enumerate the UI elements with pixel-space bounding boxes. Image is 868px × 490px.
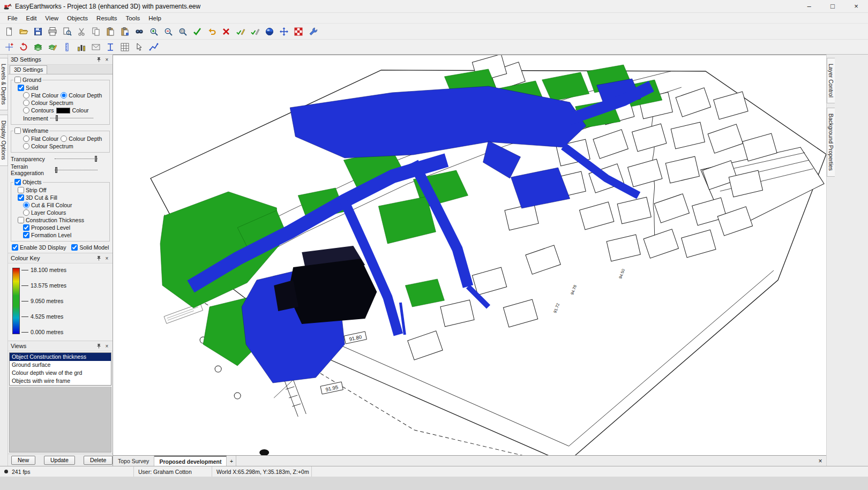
menu-objects[interactable]: Objects — [63, 14, 92, 22]
pin-icon[interactable] — [95, 342, 103, 350]
levels-ruler-button[interactable] — [60, 40, 73, 54]
pin-icon[interactable] — [95, 56, 103, 64]
new-view-button[interactable]: New — [11, 456, 35, 465]
contours-radio[interactable] — [23, 107, 29, 114]
tab-proposed-development[interactable]: Proposed development — [154, 456, 227, 466]
titlebar: EasyEarthworks - Project 18 (enhanced 3D… — [0, 0, 868, 13]
colour-depth-radio[interactable] — [61, 92, 67, 99]
column-levels-button[interactable] — [103, 40, 117, 54]
save-button[interactable] — [31, 25, 44, 38]
cut-button[interactable] — [74, 25, 88, 38]
enable-3d-checkbox[interactable] — [12, 244, 18, 251]
ground-checkbox[interactable] — [14, 77, 21, 83]
formation-level-checkbox[interactable] — [23, 232, 29, 238]
menu-file[interactable]: File — [3, 14, 22, 22]
grid-display-button[interactable] — [118, 40, 131, 54]
menu-view[interactable]: View — [41, 14, 63, 22]
paste-special-button[interactable] — [118, 25, 131, 38]
update-view-button[interactable]: Update — [44, 456, 75, 465]
close-panel-icon[interactable]: × — [103, 56, 111, 64]
sections-chart-button[interactable] — [74, 40, 88, 54]
new-document-button[interactable] — [2, 25, 16, 38]
print-button[interactable] — [46, 25, 59, 38]
cut-fill-checkbox[interactable] — [18, 194, 24, 201]
cancel-button[interactable] — [219, 25, 233, 38]
area-select-button[interactable] — [132, 40, 146, 54]
views-list-item[interactable]: Objects with wire frame — [10, 377, 111, 385]
edit-surface-button[interactable] — [46, 40, 59, 54]
pin-icon[interactable] — [95, 254, 103, 262]
transparency-slider-thumb[interactable] — [95, 156, 97, 162]
menu-tools[interactable]: Tools — [121, 14, 144, 22]
views-list-item[interactable]: Colour depth view of the grd — [10, 369, 111, 377]
paste-button[interactable] — [103, 25, 117, 38]
rotate-view-icon — [19, 42, 28, 52]
dock-tab-display-options[interactable]: Display Options — [0, 115, 8, 166]
terrain-exaggeration-slider[interactable] — [55, 167, 98, 174]
menu-edit[interactable]: Edit — [22, 14, 41, 22]
wire-colour-depth-radio[interactable] — [61, 135, 67, 142]
site-plan-canvas[interactable]: 91.8091.9591.7294.7894.50 — [113, 55, 826, 455]
right-dock-strip: Layer Control Background Properties — [826, 55, 868, 466]
zoom-out-button[interactable] — [161, 25, 175, 38]
wire-flat-colour-radio[interactable] — [23, 135, 29, 142]
open-project-button[interactable] — [17, 25, 30, 38]
wireframe-checkbox[interactable] — [14, 127, 21, 134]
dock-tab-levels-depths[interactable]: Levels & Depths — [0, 58, 8, 110]
new-document-icon — [4, 27, 14, 36]
report-button[interactable] — [89, 40, 102, 54]
flat-colour-radio[interactable] — [23, 92, 29, 99]
increment-slider[interactable] — [50, 115, 93, 122]
verify-button[interactable] — [234, 25, 247, 38]
surfaces-button[interactable] — [31, 40, 44, 54]
view-3d-button[interactable] — [263, 25, 276, 38]
terrain-exaggeration-slider-thumb[interactable] — [55, 167, 57, 173]
copy-button[interactable] — [89, 25, 102, 38]
construction-thickness-checkbox[interactable] — [18, 217, 24, 223]
strip-off-checkbox[interactable] — [18, 187, 24, 193]
polyline-draw-button[interactable] — [147, 40, 160, 54]
close-panel-icon[interactable]: × — [103, 342, 111, 350]
delete-view-button[interactable]: Delete — [84, 456, 113, 465]
colour-spectrum-radio[interactable] — [23, 100, 29, 106]
add-tab-button[interactable]: + — [227, 456, 236, 466]
menu-help[interactable]: Help — [144, 14, 166, 22]
layer-colours-radio[interactable] — [23, 209, 29, 216]
maximize-button[interactable]: □ — [821, 0, 844, 12]
views-button-row: New Update Delete — [8, 454, 113, 466]
paste-special-icon — [120, 27, 130, 36]
views-list-item[interactable]: Ground surface — [10, 361, 111, 369]
dock-tab-background-properties[interactable]: Background Properties — [827, 108, 835, 177]
verify-all-button[interactable] — [248, 25, 261, 38]
hatch-pattern-button[interactable] — [291, 25, 305, 38]
rotate-view-button[interactable] — [17, 40, 30, 54]
zoom-extents-button[interactable] — [176, 25, 189, 38]
cut-fill-colour-radio[interactable] — [23, 202, 29, 208]
pan-button[interactable] — [277, 25, 290, 38]
solid-model-checkbox[interactable] — [71, 244, 78, 251]
settings-tab[interactable]: 3D Settings — [10, 65, 47, 74]
increment-slider-thumb[interactable] — [56, 115, 58, 121]
zoom-in-button[interactable] — [147, 25, 160, 38]
views-list-item[interactable]: Object Construction thickness — [10, 353, 111, 361]
add-survey-point-button[interactable] — [2, 40, 16, 54]
print-icon — [48, 27, 57, 36]
close-panel-icon[interactable]: × — [103, 254, 111, 262]
proposed-level-checkbox[interactable] — [23, 224, 29, 231]
undo-button[interactable] — [205, 25, 218, 38]
solid-checkbox[interactable] — [18, 85, 24, 91]
tab-topo-survey[interactable]: Topo Survey — [113, 456, 154, 466]
transparency-slider[interactable] — [55, 155, 98, 162]
close-button[interactable]: × — [844, 0, 868, 12]
minimize-button[interactable]: – — [797, 0, 821, 12]
dock-tab-layer-control[interactable]: Layer Control — [827, 58, 835, 103]
wire-colour-spectrum-radio[interactable] — [23, 143, 29, 149]
options-wrench-button[interactable] — [306, 25, 319, 38]
accept-button[interactable] — [190, 25, 204, 38]
find-button[interactable] — [132, 25, 146, 38]
objects-checkbox[interactable] — [14, 179, 21, 185]
contours-colour-swatch[interactable] — [56, 108, 70, 114]
close-view-button[interactable]: × — [814, 456, 826, 466]
menu-results[interactable]: Results — [92, 14, 121, 22]
print-preview-button[interactable] — [60, 25, 73, 38]
